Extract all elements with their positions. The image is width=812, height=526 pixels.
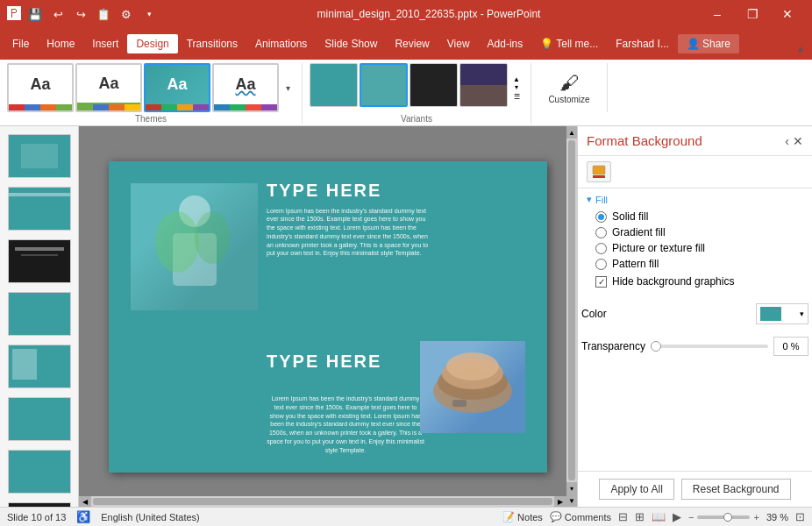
hands-icon [424,347,521,426]
quick-clipboard-icon[interactable]: 📋 [95,5,112,23]
fit-icon[interactable]: ⊡ [795,510,805,523]
picture-fill-radio[interactable] [595,243,607,254]
restore-button[interactable]: ❐ [735,0,770,28]
menu-transitions[interactable]: Transitions [178,34,246,53]
scroll-up-btn[interactable]: ▲ [566,126,577,139]
color-label: Color [581,308,607,320]
menu-insert[interactable]: Insert [83,34,127,53]
title-bar-controls: – ❐ ✕ [700,0,805,28]
menu-bar: File Home Insert Design Transitions Anim… [0,28,812,60]
format-back-icon[interactable]: ‹ [785,134,789,148]
customize-button[interactable]: 🖌 Customize [538,63,600,112]
quick-undo-icon[interactable]: ↩ [49,5,67,23]
quick-dropdown-icon[interactable]: ▾ [140,5,158,23]
normal-view-icon[interactable]: ⊟ [618,510,628,523]
scroll-down-btn[interactable]: ▾ [566,482,577,494]
menu-slideshow[interactable]: Slide Show [316,34,386,53]
transparency-thumb[interactable] [651,341,661,352]
variants-more-button[interactable]: ▲ ▾ ☰ [509,63,524,112]
format-close-icon[interactable]: ✕ [793,134,803,148]
slide-body-2: Lorem Ipsum has been the industry's stan… [267,394,424,455]
zoom-thumb[interactable] [723,513,732,522]
theme-option-1[interactable]: Aa [7,63,74,112]
canvas-vscrollbar[interactable]: ▲ ▾ ▼ [566,126,577,507]
variant-option-3[interactable] [410,63,458,107]
variant-option-4[interactable] [459,63,508,107]
close-button[interactable]: ✕ [770,0,805,28]
quick-redo-icon[interactable]: ↪ [72,5,89,23]
gradient-fill-option[interactable]: Gradient fill [587,226,803,238]
scroll-next-btn[interactable]: ▼ [566,494,577,507]
solid-fill-option[interactable]: Solid fill [587,210,803,223]
scroll-thumb-h [93,498,552,505]
canvas-hscrollbar[interactable]: ◀ ▶ [79,496,566,507]
slide-thumbnail-3[interactable] [8,187,71,231]
slide-thumbnail-6[interactable] [8,345,71,388]
slide-thumbnail-2[interactable] [8,134,71,178]
theme-option-3[interactable]: Aa [144,63,210,112]
scroll-left-btn[interactable]: ◀ [79,496,91,507]
zoom-track[interactable] [697,515,750,519]
comments-button[interactable]: 💬 Comments [550,511,611,522]
theme-option-2[interactable]: Aa [75,63,142,112]
slide-thumbnail-9[interactable] [8,502,71,507]
reading-view-icon[interactable]: 📖 [652,510,666,523]
slide-sorter-icon[interactable]: ⊞ [635,510,645,523]
zoom-out-icon[interactable]: − [688,512,694,522]
menu-animations[interactable]: Animations [246,34,316,53]
notes-button[interactable]: 📝 Notes [502,511,543,522]
transparency-slider[interactable] [651,345,768,348]
ribbon-collapse-button[interactable]: ▲ [796,44,805,53]
gradient-fill-label: Gradient fill [612,226,666,238]
slide-thumbnail-5[interactable] [8,292,71,336]
status-bar: Slide 10 of 13 ♿ English (United States)… [0,507,812,526]
menu-design[interactable]: Design [127,34,177,53]
gradient-fill-radio[interactable] [595,227,607,238]
transparency-label: Transparency [581,340,645,352]
minimize-button[interactable]: – [700,0,735,28]
reset-background-button[interactable]: Reset Background [681,479,791,500]
variant-option-2[interactable] [360,63,408,107]
menu-share[interactable]: 👤Share [678,34,739,53]
zoom-level[interactable]: 39 % [766,512,788,522]
transparency-value[interactable]: 0 % [773,337,808,356]
slide-thumbnail-7[interactable] [8,397,71,441]
title-bar-filename: minimal_design_2010_22635.pptx - PowerPo… [317,8,541,20]
fill-chevron-icon: ▾ [587,194,592,205]
menu-home[interactable]: Home [38,34,83,53]
slideshow-icon[interactable]: ▶ [673,510,681,523]
theme-option-4[interactable]: Aa [212,63,279,112]
apply-to-all-button[interactable]: Apply to All [599,479,673,500]
format-tab-fill[interactable] [587,161,611,182]
hide-graphics-option[interactable]: ✓ Hide background graphics [587,275,803,288]
zoom-in-icon[interactable]: + [753,512,759,522]
ppt-logo-icon: 🅿 [7,6,21,22]
menu-account[interactable]: Farshad I... [607,34,678,53]
pattern-fill-option[interactable]: Pattern fill [587,258,803,270]
fill-section-title[interactable]: ▾ Fill [587,194,803,205]
language[interactable]: English (United States) [101,512,200,522]
variant-option-1[interactable] [310,63,358,107]
solid-fill-radio[interactable] [595,211,607,223]
menu-view[interactable]: View [438,34,479,53]
menu-addins[interactable]: Add-ins [479,34,532,53]
format-panel-header: Format Background ‹ ✕ [578,126,812,156]
slides-panel: 2 3 4 5 6 [0,126,79,507]
themes-scroll-down[interactable]: ▾ [281,63,295,112]
accessibility-icon[interactable]: ♿ [76,510,90,523]
comments-icon: 💬 [550,511,562,522]
hide-graphics-checkbox[interactable]: ✓ [595,276,607,288]
menu-file[interactable]: File [4,34,38,53]
slide-thumb-wrapper-5: 5 [8,290,71,338]
menu-tellme[interactable]: 💡Tell me... [531,34,607,53]
title-bar-left: 🅿 💾 ↩ ↪ 📋 ⚙ ▾ [7,5,158,23]
scroll-right-btn[interactable]: ▶ [554,496,566,507]
slide-thumbnail-8[interactable] [8,450,71,494]
quick-settings-icon[interactable]: ⚙ [118,5,135,23]
color-picker[interactable]: ▾ [756,303,808,324]
slide-thumbnail-4[interactable] [8,239,71,283]
quick-save-icon[interactable]: 💾 [26,5,44,23]
menu-review[interactable]: Review [386,34,438,53]
pattern-fill-radio[interactable] [595,259,607,270]
picture-fill-option[interactable]: Picture or texture fill [587,242,803,254]
